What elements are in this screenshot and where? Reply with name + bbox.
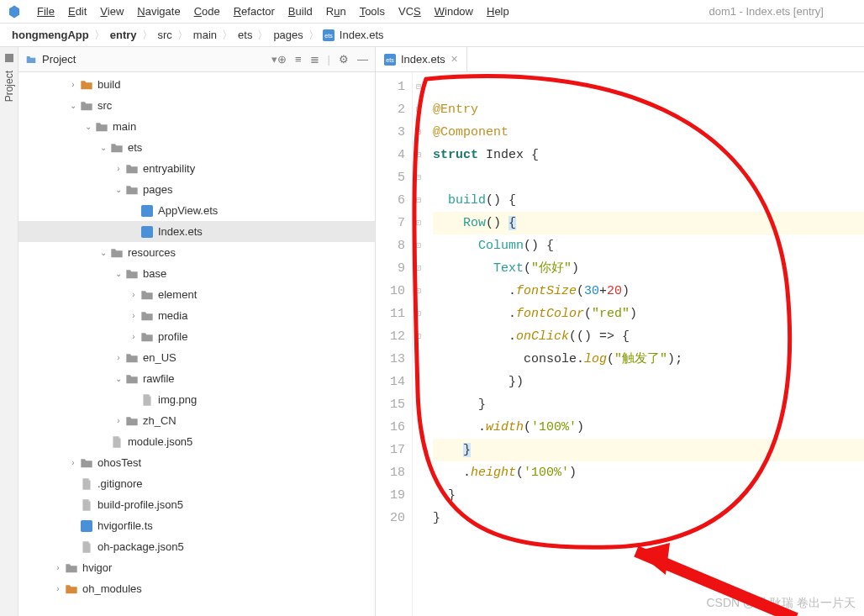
project-tool-icon[interactable] [5,54,13,62]
tree-item-base[interactable]: ⌄base [18,263,375,284]
tree-item-zh_cn[interactable]: ›zh_CN [18,410,375,431]
expand-all-icon[interactable]: ≡ [295,53,302,66]
editor-tab-index[interactable]: ets Index.ets ✕ [376,47,467,71]
collapse-all-icon[interactable]: ≣ [310,53,319,66]
crumb-ets[interactable]: ets [236,29,254,41]
tree-item-index-ets[interactable]: Index.ets [18,221,375,242]
svg-rect-4 [81,520,92,532]
tree-item-module-json5[interactable]: module.json5 [18,431,375,452]
editor-tabs: ets Index.ets ✕ [376,47,864,72]
project-tree[interactable]: ›build⌄src⌄main⌄ets›entryability⌄pagesAp… [18,72,375,616]
app-logo [7,4,22,19]
svg-rect-3 [141,226,153,238]
breadcrumb: hongmengApp〉 entry〉 src〉 main〉 ets〉 page… [0,24,864,47]
tree-item-pages[interactable]: ⌄pages [18,179,375,200]
tree-item-entryability[interactable]: ›entryability [18,158,375,179]
menu-window[interactable]: Window [428,5,480,18]
menu-build[interactable]: Build [282,5,319,18]
project-panel-header: Project ▾ ⊕ ≡ ≣ | ⚙ — [18,47,375,72]
menu-help[interactable]: Help [480,5,516,18]
svg-rect-2 [141,205,153,217]
tree-item-element[interactable]: ›element [18,284,375,305]
tree-item-media[interactable]: ›media [18,305,375,326]
tree-item-ohostest[interactable]: ›ohosTest [18,452,375,473]
svg-text:ets: ets [324,32,333,38]
tree-item-src[interactable]: ⌄src [18,95,375,116]
hide-panel-icon[interactable]: — [357,53,368,66]
editor-area: ets Index.ets ✕ 123456789101112131415161… [376,47,864,616]
tree-item-en_us[interactable]: ›en_US [18,347,375,368]
settings-gear-icon[interactable]: ⚙ [339,53,349,66]
menu-code[interactable]: Code [187,5,227,18]
tree-item--gitignore[interactable]: .gitignore [18,473,375,494]
menu-run[interactable]: Run [319,5,353,18]
code-editor[interactable]: 1234567891011121314151617181920 ⊟⊟⊟⊟⊟⊟⊡⊡… [376,72,864,616]
menu-bar: File Edit View Navigate Code Refactor Bu… [0,0,864,24]
code-content[interactable]: @Entry@Componentstruct Index { build() {… [424,72,864,616]
menu-file[interactable]: File [30,5,61,18]
tree-item-oh_modules[interactable]: ›oh_modules [18,578,375,599]
tree-item-build[interactable]: ›build [18,74,375,95]
tree-item-rawfile[interactable]: ⌄rawfile [18,368,375,389]
tree-item-hvigor[interactable]: ›hvigor [18,557,375,578]
menu-refactor[interactable]: Refactor [227,5,282,18]
tree-item-oh-package-json5[interactable]: oh-package.json5 [18,536,375,557]
menu-vcs[interactable]: VCS [392,5,428,18]
project-view-icon [25,54,37,66]
menu-tools[interactable]: Tools [353,5,392,18]
close-tab-icon[interactable]: ✕ [450,54,458,65]
editor-tab-label: Index.ets [401,53,445,66]
project-view-selector[interactable]: ▾ [271,53,277,66]
project-tool-label[interactable]: Project [3,66,15,107]
project-panel: Project ▾ ⊕ ≡ ≣ | ⚙ — ›build⌄src⌄main⌄et… [18,47,376,616]
menu-navigate[interactable]: Navigate [130,5,187,18]
crumb-module[interactable]: entry [108,29,139,41]
tree-item-img-png[interactable]: img.png [18,389,375,410]
crumb-src[interactable]: src [156,29,174,41]
tree-item-hvigorfile-ts[interactable]: hvigorfile.ts [18,515,375,536]
menu-edit[interactable]: Edit [61,5,93,18]
line-gutter: 1234567891011121314151617181920 [376,72,413,616]
crumb-pages[interactable]: pages [271,29,304,41]
project-panel-title[interactable]: Project [42,53,268,66]
crumb-file[interactable]: Index.ets [338,29,386,41]
tree-item-appview-ets[interactable]: AppView.ets [18,200,375,221]
tree-item-resources[interactable]: ⌄resources [18,242,375,263]
tree-item-build-profile-json5[interactable]: build-profile.json5 [18,494,375,515]
crumb-project[interactable]: hongmengApp [10,29,91,41]
tree-item-main[interactable]: ⌄main [18,116,375,137]
ets-file-icon: ets [323,29,335,41]
crumb-main[interactable]: main [192,29,219,41]
ets-file-icon: ets [384,54,396,66]
tool-window-strip: Project [0,47,18,616]
svg-text:ets: ets [386,56,394,62]
menu-view[interactable]: View [93,5,130,18]
window-title: dom1 - Index.ets [entry] [709,5,824,18]
tree-item-ets[interactable]: ⌄ets [18,137,375,158]
tree-item-profile[interactable]: ›profile [18,326,375,347]
locate-file-icon[interactable]: ⊕ [277,53,287,66]
fold-column: ⊟⊟⊟⊟⊟⊟⊡⊡⊡⊡⊡⊡ [413,72,424,616]
